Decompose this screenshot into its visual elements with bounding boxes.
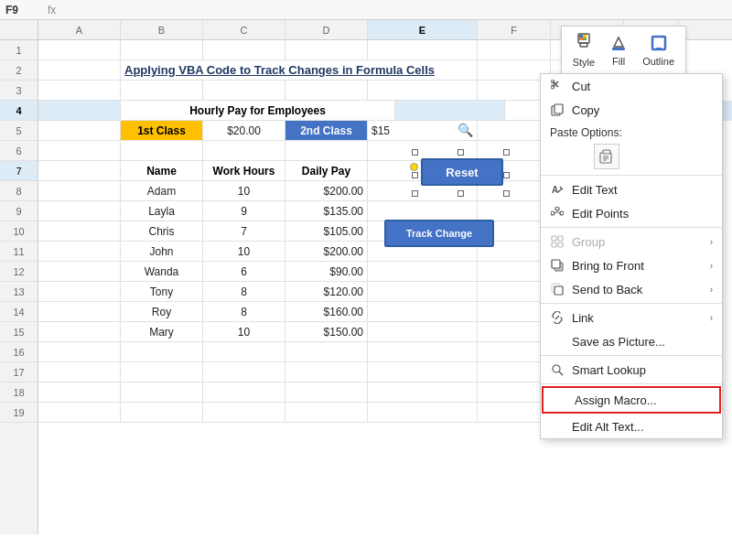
cell-D3[interactable] bbox=[285, 81, 368, 101]
cell-B12-wanda[interactable]: Wanda bbox=[121, 262, 203, 282]
cell-A11[interactable] bbox=[38, 242, 121, 262]
ctx-edit-text[interactable]: A Edit Text bbox=[541, 178, 722, 201]
ctx-copy[interactable]: Copy bbox=[541, 98, 722, 122]
cell-A2[interactable] bbox=[38, 60, 121, 81]
ctx-link[interactable]: Link › bbox=[541, 306, 722, 329]
cell-C19[interactable] bbox=[203, 403, 285, 423]
cell-B18[interactable] bbox=[121, 382, 203, 403]
cell-D6[interactable] bbox=[285, 141, 368, 161]
cell-C9-hours[interactable]: 9 bbox=[203, 201, 285, 221]
cell-C16[interactable] bbox=[203, 342, 285, 362]
cell-B5-1stclass[interactable]: 1st Class bbox=[121, 121, 203, 141]
cell-A4[interactable] bbox=[38, 101, 121, 121]
cell-D14-pay[interactable]: $160.00 bbox=[285, 302, 368, 322]
cell-B10-chris[interactable]: Chris bbox=[121, 221, 203, 242]
ctx-assign-macro[interactable]: Assign Macro... bbox=[542, 386, 721, 414]
cell-E15[interactable] bbox=[368, 322, 478, 342]
cell-A3[interactable] bbox=[38, 81, 121, 101]
cell-B15-mary[interactable]: Mary bbox=[121, 322, 203, 342]
cell-D15-pay[interactable]: $150.00 bbox=[285, 322, 368, 342]
cell-C13-hours[interactable]: 8 bbox=[203, 282, 285, 302]
cell-D13-pay[interactable]: $120.00 bbox=[285, 282, 368, 302]
cell-A13[interactable] bbox=[38, 282, 121, 302]
paste-options-box[interactable] bbox=[594, 144, 619, 169]
cell-D18[interactable] bbox=[285, 382, 368, 403]
cell-C6[interactable] bbox=[203, 141, 285, 161]
cell-F1[interactable] bbox=[478, 40, 551, 60]
cell-C8-hours[interactable]: 10 bbox=[203, 181, 285, 201]
cell-A16[interactable] bbox=[38, 342, 121, 362]
fill-icon-btn[interactable]: Fill bbox=[609, 34, 628, 67]
cell-B16[interactable] bbox=[121, 342, 203, 362]
cell-C3[interactable] bbox=[203, 81, 285, 101]
cell-C17[interactable] bbox=[203, 362, 285, 382]
ctx-send-to-back[interactable]: Send to Back › bbox=[541, 277, 722, 301]
cell-D9-pay[interactable]: $135.00 bbox=[285, 201, 368, 221]
outline-icon-btn[interactable]: Outline bbox=[642, 34, 674, 67]
cell-B11-john[interactable]: John bbox=[121, 242, 203, 262]
cell-B7-name[interactable]: Name bbox=[121, 161, 203, 181]
cell-A14[interactable] bbox=[38, 302, 121, 322]
cell-A1[interactable] bbox=[38, 40, 121, 60]
cell-A19[interactable] bbox=[38, 403, 121, 423]
cell-E5-price2[interactable]: $15 🔍 bbox=[368, 121, 478, 141]
cell-E16[interactable] bbox=[368, 342, 478, 362]
cell-A9[interactable] bbox=[38, 201, 121, 221]
cell-A5[interactable] bbox=[38, 121, 121, 141]
cell-D10-pay[interactable]: $105.00 bbox=[285, 221, 368, 242]
cell-C5-price1[interactable]: $20.00 bbox=[203, 121, 285, 141]
cell-B9-layla[interactable]: Layla bbox=[121, 201, 203, 221]
cell-D5-2ndclass[interactable]: 2nd Class bbox=[285, 121, 368, 141]
cell-E19[interactable] bbox=[368, 403, 478, 423]
cell-C11-hours[interactable]: 10 bbox=[203, 242, 285, 262]
cell-E13[interactable] bbox=[368, 282, 478, 302]
cell-B3[interactable] bbox=[121, 81, 203, 101]
cell-B13-tony[interactable]: Tony bbox=[121, 282, 203, 302]
cell-D16[interactable] bbox=[285, 342, 368, 362]
cell-E17[interactable] bbox=[368, 362, 478, 382]
cell-C7-workhours[interactable]: Work Hours bbox=[203, 161, 285, 181]
ctx-edit-alt-text[interactable]: Edit Alt Text... bbox=[541, 415, 722, 438]
cell-D8-pay[interactable]: $200.00 bbox=[285, 181, 368, 201]
cell-C15-hours[interactable]: 10 bbox=[203, 322, 285, 342]
ctx-save-as-picture[interactable]: Save as Picture... bbox=[541, 329, 722, 353]
reset-button[interactable]: Reset bbox=[421, 158, 503, 186]
cell-A15[interactable] bbox=[38, 322, 121, 342]
ctx-edit-points[interactable]: Edit Points bbox=[541, 201, 722, 225]
cell-C14-hours[interactable]: 8 bbox=[203, 302, 285, 322]
ctx-bring-to-front[interactable]: Bring to Front › bbox=[541, 253, 722, 277]
cell-E14[interactable] bbox=[368, 302, 478, 322]
cell-E18[interactable] bbox=[368, 382, 478, 403]
cell-B17[interactable] bbox=[121, 362, 203, 382]
cell-B8-adam[interactable]: Adam bbox=[121, 181, 203, 201]
cell-B19[interactable] bbox=[121, 403, 203, 423]
cell-B6[interactable] bbox=[121, 141, 203, 161]
cell-C1[interactable] bbox=[203, 40, 285, 60]
cell-D11-pay[interactable]: $200.00 bbox=[285, 242, 368, 262]
cell-D12-pay[interactable]: $90.00 bbox=[285, 262, 368, 282]
cell-E1[interactable] bbox=[368, 40, 478, 60]
cell-A7[interactable] bbox=[38, 161, 121, 181]
cell-D7-dailypay[interactable]: Daily Pay bbox=[285, 161, 368, 181]
cell-A17[interactable] bbox=[38, 362, 121, 382]
cell-E12[interactable] bbox=[368, 262, 478, 282]
cell-D17[interactable] bbox=[285, 362, 368, 382]
cell-B14-roy[interactable]: Roy bbox=[121, 302, 203, 322]
track-change-button[interactable]: Track Change bbox=[384, 220, 494, 247]
ctx-smart-lookup[interactable]: Smart Lookup bbox=[541, 358, 722, 382]
cell-D19[interactable] bbox=[285, 403, 368, 423]
style-icon-btn[interactable]: Style bbox=[573, 32, 595, 68]
cell-C18[interactable] bbox=[203, 382, 285, 403]
cell-E9[interactable] bbox=[368, 201, 478, 221]
cell-D1[interactable] bbox=[285, 40, 368, 60]
cell-A18[interactable] bbox=[38, 382, 121, 403]
cell-B1[interactable] bbox=[121, 40, 203, 60]
cell-A6[interactable] bbox=[38, 141, 121, 161]
ctx-cut[interactable]: Cut bbox=[541, 74, 722, 98]
cell-A10[interactable] bbox=[38, 221, 121, 242]
cell-C12-hours[interactable]: 6 bbox=[203, 262, 285, 282]
ctx-group[interactable]: Group › bbox=[541, 230, 722, 253]
cell-A8[interactable] bbox=[38, 181, 121, 201]
cell-E3[interactable] bbox=[368, 81, 478, 101]
cell-A12[interactable] bbox=[38, 262, 121, 282]
